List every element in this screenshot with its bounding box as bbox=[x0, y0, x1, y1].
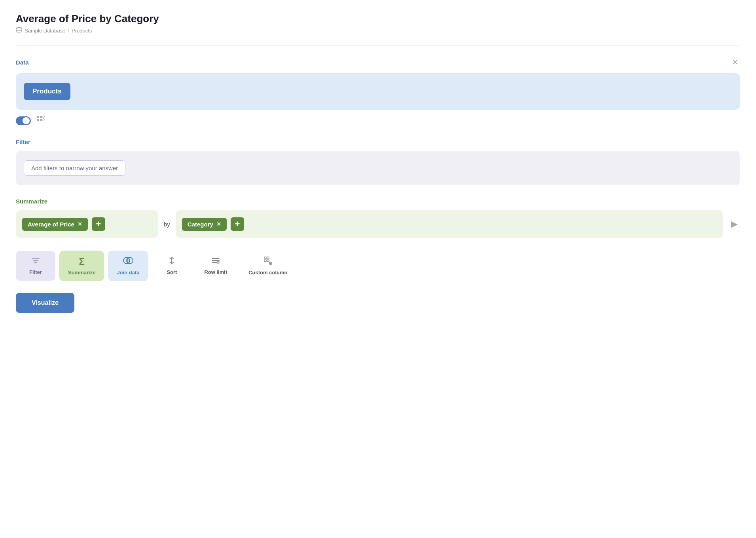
products-button[interactable]: Products bbox=[24, 83, 70, 100]
metric-tag[interactable]: Average of Price ✕ bbox=[22, 218, 88, 231]
row-limit-icon bbox=[211, 257, 220, 267]
data-section-label: Data bbox=[16, 59, 29, 66]
breadcrumb-separator: / bbox=[68, 28, 69, 34]
data-section: Data ✕ Products bbox=[16, 57, 740, 126]
sort-icon bbox=[167, 257, 176, 267]
svg-rect-16 bbox=[264, 257, 266, 259]
group-tag-label: Category bbox=[188, 221, 213, 228]
run-summarize-button[interactable]: ▶ bbox=[729, 217, 740, 232]
toolbar-filter-label: Filter bbox=[29, 269, 42, 275]
summarize-section: Summarize Average of Price ✕ + by Catego… bbox=[16, 198, 740, 238]
filter-section: Filter Add filters to narrow your answer bbox=[16, 139, 740, 185]
filter-section-label: Filter bbox=[16, 139, 30, 145]
toolbar-join-button[interactable]: Join data bbox=[108, 251, 148, 281]
summarize-icon: Σ bbox=[79, 256, 84, 267]
add-metric-button[interactable]: + bbox=[92, 217, 105, 231]
svg-rect-17 bbox=[267, 257, 269, 259]
add-group-button[interactable]: + bbox=[231, 217, 244, 231]
by-label: by bbox=[164, 221, 170, 228]
breadcrumb-table[interactable]: Products bbox=[72, 28, 92, 34]
metric-tag-label: Average of Price bbox=[28, 221, 74, 228]
metric-tag-remove[interactable]: ✕ bbox=[78, 221, 82, 227]
group-tag-remove[interactable]: ✕ bbox=[216, 221, 221, 227]
breadcrumb: Sample Database / Products bbox=[16, 27, 740, 34]
page-title: Average of Price by Category bbox=[16, 13, 740, 25]
toolbar-sort-label: Sort bbox=[167, 269, 177, 275]
svg-rect-4 bbox=[37, 119, 39, 121]
toolbar-filter-button[interactable]: Filter bbox=[16, 251, 55, 281]
custom-columns-icon[interactable] bbox=[36, 115, 45, 126]
svg-rect-6 bbox=[43, 119, 44, 120]
header-divider bbox=[16, 45, 740, 46]
join-icon bbox=[123, 256, 134, 267]
svg-rect-3 bbox=[43, 116, 44, 118]
svg-rect-1 bbox=[37, 116, 39, 118]
breadcrumb-db[interactable]: Sample Database bbox=[25, 28, 65, 34]
svg-point-0 bbox=[16, 28, 22, 29]
toolbar-sort-button[interactable]: Sort bbox=[152, 251, 191, 281]
filter-icon bbox=[31, 257, 40, 267]
svg-rect-19 bbox=[267, 260, 269, 262]
data-icon-row bbox=[16, 115, 740, 126]
filter-box: Add filters to narrow your answer bbox=[16, 151, 740, 185]
group-tag[interactable]: Category ✕ bbox=[182, 218, 227, 231]
visualize-button[interactable]: Visualize bbox=[16, 293, 74, 313]
custom-column-icon bbox=[263, 256, 272, 267]
summarize-group-box: Category ✕ + bbox=[176, 210, 723, 238]
svg-rect-18 bbox=[264, 260, 266, 262]
toolbar-summarize-label: Summarize bbox=[68, 270, 95, 276]
db-icon bbox=[16, 27, 22, 34]
query-toolbar: Filter Σ Summarize Join data Sort bbox=[16, 251, 740, 281]
add-filter-button[interactable]: Add filters to narrow your answer bbox=[24, 160, 125, 176]
toolbar-row-limit-label: Row limit bbox=[204, 269, 227, 275]
data-close-button[interactable]: ✕ bbox=[730, 57, 740, 68]
summarize-metric-box: Average of Price ✕ + bbox=[16, 210, 158, 238]
toolbar-custom-column-button[interactable]: Custom column bbox=[240, 251, 296, 281]
toggle-switch[interactable] bbox=[16, 116, 31, 125]
summarize-section-header: Summarize bbox=[16, 198, 740, 205]
svg-rect-15 bbox=[217, 261, 219, 263]
filter-section-header: Filter bbox=[16, 139, 740, 145]
data-box: Products bbox=[16, 73, 740, 110]
svg-rect-2 bbox=[40, 116, 42, 118]
toolbar-join-label: Join data bbox=[117, 270, 139, 276]
toolbar-row-limit-button[interactable]: Row limit bbox=[195, 251, 236, 281]
toolbar-summarize-button[interactable]: Σ Summarize bbox=[59, 251, 104, 281]
svg-rect-5 bbox=[40, 119, 42, 121]
toolbar-custom-column-label: Custom column bbox=[248, 270, 287, 276]
summarize-content: Average of Price ✕ + by Category ✕ + ▶ bbox=[16, 210, 740, 238]
summarize-section-label: Summarize bbox=[16, 198, 47, 205]
data-section-header: Data ✕ bbox=[16, 57, 740, 68]
